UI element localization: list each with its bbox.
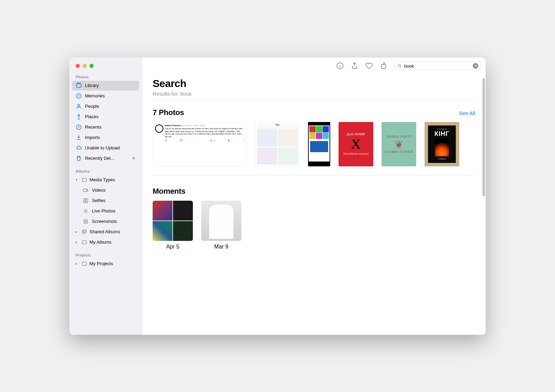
svg-rect-6 bbox=[133, 158, 135, 159]
maximize-button[interactable] bbox=[89, 64, 94, 68]
section-heading-albums: Albums bbox=[69, 167, 142, 175]
chevron-right-icon: ▸ bbox=[76, 230, 79, 234]
sidebar-item-shared-albums[interactable]: ▸ Shared Albums bbox=[72, 227, 139, 237]
sidebar-item-recents[interactable]: Recents bbox=[72, 122, 139, 132]
share-button[interactable] bbox=[350, 62, 359, 70]
photo-thumbnail[interactable]: Post bbox=[255, 122, 300, 166]
sidebar-item-library[interactable]: Library bbox=[72, 81, 139, 90]
main-content: ✕ Search Results for: book 7 Photos See … bbox=[142, 58, 486, 335]
sidebar-item-label: Live Photos bbox=[92, 208, 116, 214]
svg-point-12 bbox=[84, 209, 88, 213]
video-icon bbox=[83, 187, 89, 193]
sidebar-item-label: Recently Del... bbox=[85, 156, 114, 161]
moment-item[interactable]: Apr 5 bbox=[153, 201, 193, 250]
rotate-button[interactable] bbox=[379, 62, 388, 70]
photo-thumbnail[interactable]: ДОННА ТАРТТ ❦ ТАЄМНА ІСТОРІЯ bbox=[382, 122, 416, 166]
screenshot-icon bbox=[83, 218, 89, 225]
imports-icon bbox=[76, 134, 82, 141]
sidebar-item-unable-upload[interactable]: Unable to Upload bbox=[72, 143, 139, 153]
svg-rect-1 bbox=[77, 83, 80, 84]
photo-thumbnail[interactable]: Дж.К. РОЛІНҐ X Несподівана вакансія bbox=[339, 122, 373, 166]
sidebar-item-label: Media Types bbox=[89, 177, 115, 182]
sidebar-item-imports[interactable]: Imports bbox=[72, 133, 139, 142]
section-heading-projects: Projects bbox=[69, 251, 142, 259]
svg-rect-18 bbox=[82, 262, 86, 265]
page-title: Search bbox=[153, 78, 475, 89]
svg-point-14 bbox=[85, 220, 87, 222]
photo-thumbnail[interactable]: СТІВЕН КІНГ СЯЙВО bbox=[425, 122, 459, 166]
sidebar-item-media-types[interactable]: ▾ Media Types bbox=[72, 175, 139, 185]
search-icon bbox=[397, 63, 402, 68]
see-all-link[interactable]: See All bbox=[459, 110, 475, 116]
close-button[interactable] bbox=[76, 64, 80, 68]
album-icon bbox=[81, 239, 87, 245]
svg-rect-17 bbox=[82, 241, 86, 244]
sidebar-item-label: People bbox=[85, 104, 99, 109]
places-icon bbox=[76, 114, 82, 120]
sidebar-item-label: Unable to Upload bbox=[85, 145, 120, 150]
sidebar-item-videos[interactable]: Videos bbox=[72, 185, 139, 195]
shared-icon bbox=[81, 229, 87, 235]
sidebar-item-label: Videos bbox=[92, 188, 106, 193]
minimize-button[interactable] bbox=[83, 64, 87, 68]
chevron-right-icon: ▸ bbox=[76, 262, 79, 265]
photo-thumbnail[interactable] bbox=[308, 122, 330, 166]
info-button[interactable] bbox=[336, 62, 344, 70]
content-scroll-area[interactable]: Search Results for: book 7 Photos See Al… bbox=[142, 75, 486, 335]
sidebar-item-label: Imports bbox=[85, 135, 100, 140]
live-photos-icon bbox=[83, 208, 89, 214]
sidebar-item-label: Screenshots bbox=[92, 219, 117, 224]
moment-label: Mar 9 bbox=[214, 244, 229, 250]
avatar-icon bbox=[155, 124, 163, 133]
sidebar-item-label: Memories bbox=[85, 93, 105, 98]
sidebar-item-screenshots[interactable]: Screenshots bbox=[72, 217, 139, 226]
sidebar-item-label: Library bbox=[85, 83, 99, 88]
photo-thumbnail[interactable]: Malavai Fletcher @malavai... · 08.12.202… bbox=[153, 122, 247, 166]
results-for: Results for: book bbox=[153, 91, 475, 101]
sidebar-item-live-photos[interactable]: Live Photos bbox=[72, 206, 139, 216]
moment-item[interactable]: Mar 9 bbox=[201, 201, 241, 250]
chevron-right-icon: ▸ bbox=[76, 240, 79, 244]
svg-point-4 bbox=[78, 114, 80, 116]
library-icon bbox=[76, 82, 82, 89]
toolbar: ✕ bbox=[142, 58, 486, 75]
sidebar-item-places[interactable]: Places bbox=[72, 112, 139, 122]
svg-rect-0 bbox=[76, 84, 81, 87]
svg-point-11 bbox=[85, 210, 87, 212]
sidebar-item-label: My Projects bbox=[89, 261, 113, 266]
sidebar-item-my-albums[interactable]: ▸ My Albums bbox=[72, 237, 139, 247]
memories-icon bbox=[76, 93, 82, 99]
svg-rect-7 bbox=[82, 178, 86, 181]
people-icon bbox=[76, 103, 82, 110]
moments-heading: Moments bbox=[153, 187, 185, 196]
sidebar-item-recently-deleted[interactable]: Recently Del... bbox=[72, 154, 139, 163]
svg-rect-13 bbox=[84, 219, 88, 223]
app-window: Photos Library Memories People Places bbox=[69, 58, 486, 335]
search-field[interactable]: ✕ bbox=[394, 62, 481, 70]
moment-label: Apr 5 bbox=[166, 244, 179, 250]
favorite-button[interactable] bbox=[365, 62, 373, 70]
svg-point-10 bbox=[85, 199, 87, 201]
section-heading-photos: Photos bbox=[69, 73, 142, 80]
clear-search-button[interactable]: ✕ bbox=[473, 63, 478, 69]
sidebar-item-memories[interactable]: Memories bbox=[72, 91, 139, 101]
sidebar-item-selfies[interactable]: Selfies bbox=[72, 196, 139, 206]
chevron-down-icon: ▾ bbox=[76, 178, 79, 182]
search-input[interactable] bbox=[404, 63, 471, 69]
project-icon bbox=[81, 261, 87, 267]
trash-icon bbox=[76, 155, 82, 162]
svg-point-21 bbox=[398, 64, 401, 67]
svg-point-22 bbox=[156, 125, 163, 132]
selfie-icon bbox=[83, 198, 89, 204]
scrollbar[interactable] bbox=[483, 78, 485, 196]
moments-grid: Apr 5 Mar 9 bbox=[153, 201, 475, 250]
lock-icon bbox=[132, 156, 136, 160]
sidebar: Photos Library Memories People Places bbox=[69, 58, 142, 335]
photos-section-header: 7 Photos See All bbox=[153, 108, 475, 117]
sidebar-item-people[interactable]: People bbox=[72, 102, 139, 111]
cloud-icon bbox=[76, 145, 82, 151]
folder-icon bbox=[81, 177, 87, 183]
svg-rect-8 bbox=[83, 189, 86, 192]
sidebar-item-my-projects[interactable]: ▸ My Projects bbox=[72, 259, 139, 269]
sidebar-item-label: My Albums bbox=[89, 239, 112, 245]
